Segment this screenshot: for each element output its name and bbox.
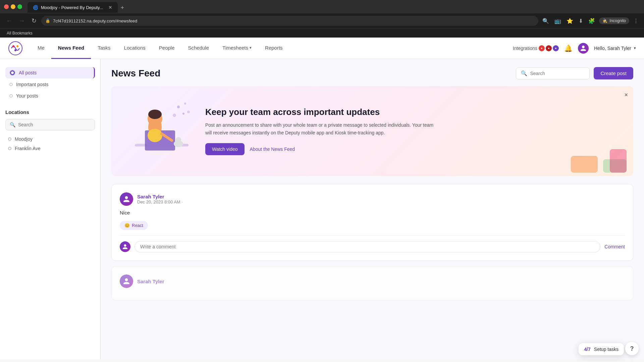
svg-point-14 (176, 137, 181, 142)
deco-shape-1 (571, 156, 598, 173)
app: Me News Feed Tasks Locations People Sche… (0, 38, 644, 359)
post-card-1: Sarah Tyler Dec 20, 2023 8:00 AM · Nice … (111, 184, 633, 261)
locations-search-icon: 🔍 (10, 122, 15, 127)
comment-button-1[interactable]: Comment (604, 244, 625, 249)
incognito-icon: 🕵️ (602, 18, 607, 23)
download-button[interactable]: ⬇ (577, 16, 584, 25)
svg-point-18 (184, 103, 186, 105)
window-controls (4, 4, 22, 9)
nav-item-me[interactable]: Me (31, 38, 51, 59)
banner-text: Keep your team across important updates … (205, 107, 620, 155)
top-nav: Me News Feed Tasks Locations People Sche… (0, 38, 644, 59)
deco-shape-3 (610, 149, 627, 173)
locations-search-box[interactable]: 🔍 (5, 119, 95, 130)
comment-input-wrapper-1 (135, 241, 600, 252)
bookmarks-bar: All Bookmarks (0, 28, 644, 38)
sidebar-item-your-posts[interactable]: Your posts (5, 90, 95, 101)
back-button[interactable]: ← (4, 16, 14, 26)
post-2-header: Sarah Tyler (120, 275, 625, 288)
post-1-comment-section: Comment (120, 235, 625, 252)
nav-item-locations[interactable]: Locations (117, 38, 152, 59)
bookmarks-label[interactable]: All Bookmarks (4, 31, 35, 36)
post-1-actions: 😊 React (120, 221, 625, 230)
react-emoji-icon: 😊 (124, 223, 130, 228)
integrations-button[interactable]: Integrations ● ● ● (513, 45, 559, 51)
nav-item-schedule[interactable]: Schedule (181, 38, 216, 59)
setup-tasks-widget[interactable]: 4/7 Setup tasks (579, 343, 624, 355)
nav-item-newsfeed[interactable]: News Feed (51, 38, 91, 59)
integration-dot-2: ● (546, 45, 552, 51)
banner-close-button[interactable]: × (624, 92, 628, 99)
sidebar-item-important-posts[interactable]: Important posts (5, 79, 95, 90)
user-greeting[interactable]: Hello, Sarah Tyler ▾ (594, 46, 636, 51)
post-1-meta: Sarah Tyler Dec 20, 2023 8:00 AM · (137, 194, 625, 204)
tab-close-icon[interactable]: ✕ (108, 5, 112, 10)
watch-video-button[interactable]: Watch video (205, 143, 245, 155)
app-logo[interactable] (8, 41, 23, 56)
react-button-1[interactable]: 😊 React (120, 221, 148, 230)
close-window-button[interactable] (4, 4, 9, 9)
help-button[interactable]: ? (625, 342, 639, 355)
about-newsfeed-link[interactable]: About the News Feed (250, 146, 295, 152)
banner-title: Keep your team across important updates (205, 107, 620, 117)
sidebar-label-important-posts: Important posts (16, 82, 49, 87)
sidebar-label-your-posts: Your posts (16, 93, 38, 99)
all-posts-icon (9, 70, 15, 76)
main-content: News Feed 🔍 Create post × (101, 59, 644, 359)
svg-point-4 (11, 71, 14, 74)
locations-search-input[interactable] (18, 122, 91, 127)
create-post-button[interactable]: Create post (594, 67, 633, 79)
sidebar-item-all-posts[interactable]: All posts (5, 67, 95, 78)
integrations-label: Integrations (513, 46, 537, 51)
address-bar[interactable]: 🔒 7cf47d19112152.na.deputy.com/#newsfeed (41, 16, 538, 26)
nav-items: Me News Feed Tasks Locations People Sche… (31, 38, 513, 59)
sidebar-location-moodjoy[interactable]: Moodjoy (5, 134, 95, 144)
search-browser-button[interactable]: 🔍 (541, 16, 550, 25)
nav-item-tasks[interactable]: Tasks (91, 38, 117, 59)
nav-item-people[interactable]: People (152, 38, 181, 59)
new-tab-button[interactable]: + (118, 3, 127, 13)
lock-icon: 🔒 (45, 18, 50, 23)
page-header: News Feed 🔍 Create post (111, 67, 633, 79)
extension-button[interactable]: 🧩 (587, 16, 596, 25)
incognito-badge: 🕵️ Incognito (599, 17, 629, 24)
minimize-window-button[interactable] (11, 4, 15, 9)
svg-point-9 (148, 129, 162, 142)
post-1-author[interactable]: Sarah Tyler (137, 194, 625, 199)
nav-item-timesheets[interactable]: Timesheets ▾ (216, 38, 258, 59)
search-input[interactable] (530, 71, 589, 76)
setup-tasks-progress: 4/7 (584, 347, 590, 352)
search-icon: 🔍 (521, 70, 527, 76)
reload-button[interactable]: ↻ (30, 16, 39, 26)
forward-button[interactable]: → (17, 16, 27, 26)
sidebar: All posts Important posts Your posts Loc… (0, 59, 101, 359)
svg-point-3 (14, 49, 16, 51)
location-label-franklin: Franklin Ave (15, 146, 41, 151)
tab-bar: 🌀 Moodjoy - Powered By Deputy... ✕ + (25, 1, 129, 13)
header-right: 🔍 Create post (516, 67, 633, 79)
screen-cast-button[interactable]: 📺 (553, 16, 562, 25)
user-greeting-text: Hello, Sarah Tyler (594, 46, 631, 51)
svg-point-11 (148, 110, 162, 119)
svg-point-15 (177, 106, 180, 108)
locations-section-title: Locations (5, 109, 95, 115)
integration-dot-1: ● (539, 45, 545, 51)
maximize-window-button[interactable] (17, 4, 22, 9)
comment-input-1[interactable] (135, 241, 600, 252)
bookmark-button[interactable]: ⭐ (565, 16, 575, 25)
tab-title: Moodjoy - Powered By Deputy... (41, 5, 103, 10)
notifications-bell-icon[interactable]: 🔔 (564, 44, 573, 52)
banner-decoration (571, 156, 627, 173)
svg-point-1 (12, 45, 14, 47)
banner-actions: Watch video About the News Feed (205, 143, 620, 155)
sidebar-location-franklin[interactable]: Franklin Ave (5, 144, 95, 153)
menu-button[interactable]: ⋮ (632, 16, 640, 25)
post-2-author[interactable]: Sarah Tyler (137, 279, 625, 284)
nav-item-reports[interactable]: Reports (258, 38, 289, 59)
svg-point-2 (16, 45, 18, 47)
active-tab[interactable]: 🌀 Moodjoy - Powered By Deputy... ✕ (28, 2, 118, 13)
search-box[interactable]: 🔍 (516, 67, 590, 79)
tab-favicon: 🌀 (33, 5, 38, 10)
browser-action-buttons: 🔍 📺 ⭐ ⬇ 🧩 🕵️ Incognito ⋮ (541, 16, 640, 25)
banner-illustration (125, 97, 192, 165)
